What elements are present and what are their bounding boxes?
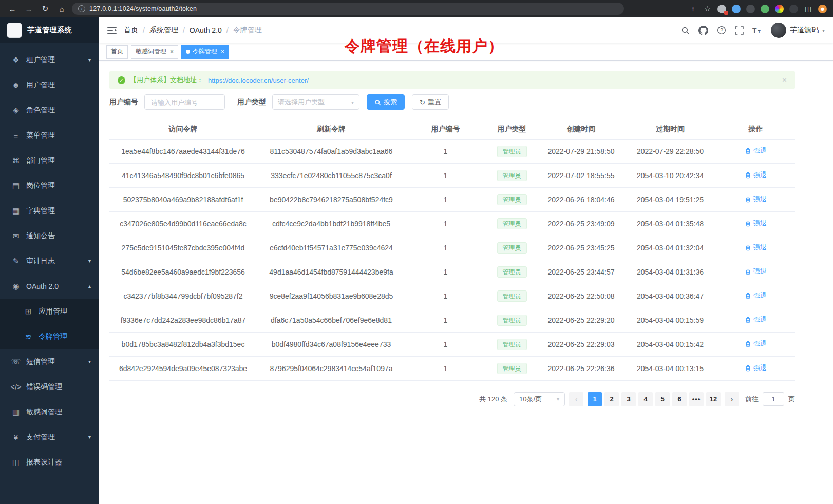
reload-icon[interactable]: ↻ [39,4,51,13]
home-icon[interactable]: ⌂ [55,5,68,13]
search-button[interactable]: 搜索 [367,94,405,110]
split-view-icon[interactable]: ◫ [804,5,812,13]
github-icon[interactable] [698,26,708,35]
token-table-body: 1ea5e44f8bc1467aaede43144f31de76811c5304… [109,139,795,380]
extension-dark-icon[interactable] [746,5,755,13]
help-icon[interactable]: ? [717,26,726,35]
sidebar-item-dict-management[interactable]: ▦字典管理 [0,198,99,223]
extension-gray-icon[interactable] [717,5,726,13]
sidebar-item-post-management[interactable]: ▤岗位管理 [0,173,99,198]
trash-icon [745,365,751,372]
breadcrumb-item[interactable]: 系统管理 [149,26,178,35]
page-button-4[interactable]: 4 [638,392,653,406]
chevron-up-icon: ▴ [88,283,91,289]
sidebar-item-application-management[interactable]: ⊞应用管理 [0,299,99,324]
breadcrumb-item[interactable]: OAuth 2.0 [190,26,222,34]
share-icon[interactable]: ↑ [689,5,697,13]
force-logout-button[interactable]: 强退 [745,146,767,156]
sidebar-item-sensitive-word-management[interactable]: ▥敏感词管理 [0,399,99,424]
sidebar-item-menu-management[interactable]: ≡菜单管理 [0,123,99,148]
user-management-icon: ☻ [10,81,22,89]
force-logout-button[interactable]: 强退 [745,219,767,228]
sidebar-item-tenant-management[interactable]: ❖租户管理▾ [0,47,99,72]
sidebar-item-oauth2[interactable]: ◉OAuth 2.0▴ [0,274,99,299]
search-icon[interactable] [681,26,690,35]
sidebar-item-role-management[interactable]: ◈角色管理 [0,98,99,123]
page-button-12[interactable]: 12 [706,392,721,406]
back-icon[interactable]: ← [6,5,18,13]
prev-page-button[interactable]: ‹ [569,392,583,406]
force-logout-button[interactable]: 强退 [745,170,767,180]
page-button-6[interactable]: 6 [672,392,687,406]
extension-badge [724,11,728,15]
user-type-select[interactable]: 请选择用户类型 ▾ [272,94,359,110]
sidebar-item-notice-announcement[interactable]: ✉通知公告 [0,223,99,248]
extension-paw-icon[interactable] [789,5,798,13]
token-table: 访问令牌刷新令牌用户编号用户类型创建时间过期时间操作 1ea5e44f8bc14… [109,120,795,381]
page-button-1[interactable]: 1 [588,392,602,406]
sidebar-item-audit-log[interactable]: ✎审计日志▾ [0,248,99,274]
tab-close-icon[interactable]: × [170,49,174,55]
error-code-management-icon: </> [10,382,22,391]
tab-2[interactable]: 令牌管理× [181,45,229,59]
content: ✓ 【用户体系】文档地址： https://doc.iocoder.cn/use… [99,61,795,406]
next-page-button[interactable]: › [725,392,739,406]
sidebar-item-pay-management[interactable]: ¥支付管理▾ [0,424,99,450]
force-logout-label: 强退 [753,315,767,324]
doc-link[interactable]: https://doc.iocoder.cn/user-center/ [208,76,309,84]
sidebar-item-error-code-management[interactable]: </>错误码管理 [0,374,99,399]
goto-page-input[interactable] [763,392,784,406]
reset-button[interactable]: ↻ 重置 [412,94,449,110]
tab-1[interactable]: 敏感词管理× [131,45,178,59]
force-logout-button[interactable]: 强退 [745,267,767,276]
alert-close-icon[interactable]: × [782,75,787,85]
chevron-down-icon: ▾ [557,396,559,402]
page-button-2[interactable]: 2 [604,392,619,406]
trash-icon [745,341,751,347]
sidebar-item-label: 令牌管理 [39,332,91,341]
sidebar-item-dept-management[interactable]: ⌘部门管理 [0,148,99,173]
user-type-cell: 管理员 [485,236,538,260]
force-logout-button[interactable]: 强退 [745,339,767,348]
chevron-down-icon: ▾ [822,28,825,33]
app-frame: 芋道管理系统 ❖租户管理▾☻用户管理◈角色管理≡菜单管理⌘部门管理▤岗位管理▦字… [0,17,833,504]
font-size-icon[interactable]: TT [752,26,762,35]
page-button-3[interactable]: 3 [621,392,636,406]
user-dropdown[interactable]: 芋道源码 ▾ [771,23,825,38]
action-cell: 强退 [716,163,795,187]
bookmark-star-icon[interactable]: ☆ [703,5,712,13]
sidebar-item-report-designer[interactable]: ◫报表设计器 [0,450,99,475]
expire-time-cell: 2054-03-10 20:42:34 [624,163,716,187]
column-header: 用户类型 [485,120,538,139]
hamburger-icon[interactable] [107,26,117,34]
extension-colorful-icon[interactable] [775,5,784,13]
force-logout-button[interactable]: 强退 [745,243,767,252]
forward-icon[interactable]: → [23,5,35,13]
extension-blue-icon[interactable] [732,5,741,13]
sidebar-item-token-management[interactable]: ≋令牌管理 [0,324,99,349]
sidebar-item-user-management[interactable]: ☻用户管理 [0,72,99,98]
tab-0[interactable]: 首页 [106,45,128,59]
svg-text:T: T [752,27,757,34]
force-logout-button[interactable]: 强退 [745,363,767,373]
page-size-select[interactable]: 10条/页 ▾ [514,392,565,406]
tab-close-icon[interactable]: × [221,49,224,55]
extension-green-icon[interactable] [761,5,769,13]
breadcrumb-separator: / [226,26,229,34]
user-id-input[interactable] [144,94,225,110]
address-bar[interactable]: i 127.0.0.1:1024/system/oauth2/token [72,3,624,15]
action-cell: 强退 [716,284,795,308]
fullscreen-icon[interactable] [735,26,744,35]
column-header: 用户编号 [406,120,485,139]
site-info-icon[interactable]: i [78,5,85,12]
page-button-5[interactable]: 5 [655,392,670,406]
profile-avatar-icon[interactable]: ☻ [818,5,827,13]
sidebar-item-sms-management[interactable]: ☏短信管理▾ [0,349,99,374]
force-logout-button[interactable]: 强退 [745,291,767,300]
force-logout-button[interactable]: 强退 [745,195,767,204]
page-numbers: 123456•••12 [588,392,721,406]
breadcrumb-item[interactable]: 首页 [124,26,138,35]
force-logout-button[interactable]: 强退 [745,315,767,324]
alert-banner: ✓ 【用户体系】文档地址： https://doc.iocoder.cn/use… [109,71,795,89]
sms-management-icon: ☏ [10,357,22,366]
